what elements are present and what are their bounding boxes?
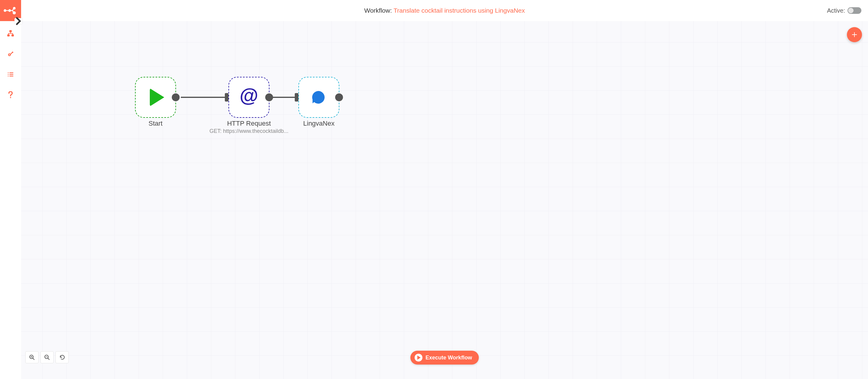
workflow-title-prefix: Workflow: bbox=[364, 7, 393, 14]
svg-point-1 bbox=[9, 10, 10, 11]
svg-rect-7 bbox=[12, 35, 13, 36]
zoom-in-button[interactable] bbox=[25, 351, 38, 363]
port-in[interactable] bbox=[225, 93, 228, 101]
port-in[interactable] bbox=[295, 93, 299, 101]
sidebar-item-executions[interactable] bbox=[7, 70, 14, 78]
node-label: HTTP Request bbox=[227, 120, 271, 127]
zoom-in-icon bbox=[29, 354, 35, 360]
port-out[interactable] bbox=[172, 93, 180, 101]
sidebar-item-help[interactable] bbox=[7, 91, 14, 99]
workflow-name[interactable]: Translate cocktail instructions using Li… bbox=[394, 7, 525, 14]
chevron-right-icon bbox=[14, 17, 22, 26]
execute-workflow-button[interactable]: Execute Workflow bbox=[410, 351, 479, 365]
n8n-logo-icon bbox=[4, 6, 18, 15]
active-toggle[interactable] bbox=[847, 7, 861, 14]
workflows-icon bbox=[7, 30, 14, 37]
zoom-controls bbox=[25, 351, 69, 363]
play-circle-icon bbox=[415, 354, 423, 361]
zoom-reset-button[interactable] bbox=[56, 351, 69, 363]
svg-point-9 bbox=[9, 54, 10, 56]
node-subtitle: GET: https://www.thecocktaildb... bbox=[210, 128, 288, 134]
play-icon bbox=[150, 88, 164, 106]
svg-line-21 bbox=[33, 358, 34, 360]
app-logo[interactable] bbox=[0, 0, 21, 21]
node-http-request[interactable]: @ HTTP Request GET: https://www.thecockt… bbox=[207, 77, 291, 134]
svg-point-18 bbox=[10, 97, 11, 98]
port-out[interactable] bbox=[335, 93, 343, 101]
svg-rect-6 bbox=[7, 35, 9, 36]
node-start[interactable]: Start bbox=[125, 77, 186, 127]
node-lingvanex[interactable]: LingvaNex bbox=[289, 77, 349, 127]
at-sign-icon: @ bbox=[239, 87, 259, 108]
svg-text:@: @ bbox=[240, 87, 258, 106]
undo-icon bbox=[59, 354, 65, 360]
svg-rect-5 bbox=[10, 30, 11, 32]
sidebar-item-credentials[interactable] bbox=[7, 50, 14, 58]
question-icon bbox=[8, 91, 13, 98]
svg-point-0 bbox=[4, 10, 6, 11]
active-label: Active: bbox=[827, 7, 845, 14]
canvas[interactable]: Start @ HTTP Request GET: https://www.th… bbox=[21, 21, 868, 379]
header: Workflow: Translate cocktail instruction… bbox=[21, 0, 868, 21]
node-label: Start bbox=[149, 120, 162, 127]
plus-icon bbox=[851, 31, 858, 38]
lingvanex-icon bbox=[310, 89, 327, 106]
svg-line-25 bbox=[48, 358, 50, 360]
node-label: LingvaNex bbox=[303, 120, 335, 127]
workflow-title: Workflow: Translate cocktail instruction… bbox=[364, 7, 525, 14]
sidebar-expand-button[interactable] bbox=[14, 18, 22, 24]
sidebar-item-workflows[interactable] bbox=[7, 30, 14, 37]
sidebar bbox=[0, 0, 21, 379]
port-out[interactable] bbox=[265, 93, 273, 101]
list-icon bbox=[7, 71, 14, 78]
zoom-out-icon bbox=[44, 354, 50, 360]
zoom-out-button[interactable] bbox=[40, 351, 54, 363]
key-icon bbox=[7, 51, 14, 57]
add-node-button[interactable] bbox=[847, 27, 862, 42]
execute-label: Execute Workflow bbox=[426, 355, 472, 361]
